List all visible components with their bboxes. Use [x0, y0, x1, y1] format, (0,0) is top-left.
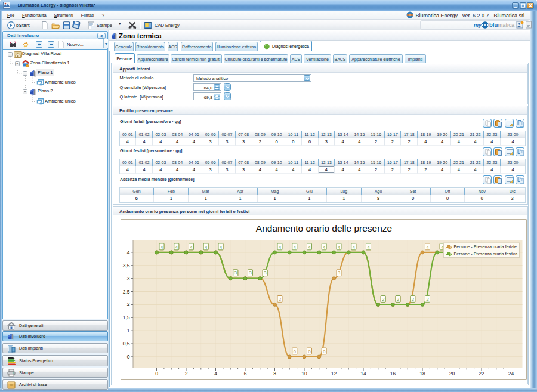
svg-text:0: 0 [323, 349, 325, 354]
svg-text:4: 4 [205, 245, 207, 250]
svg-text:2,5: 2,5 [122, 289, 129, 295]
svg-text:4: 4 [161, 245, 163, 250]
svg-text:4: 4 [441, 245, 443, 250]
svg-text:4: 4 [308, 245, 310, 250]
svg-text:4: 4 [352, 245, 354, 250]
svg-text:Persone - Presenza oraria feri: Persone - Presenza oraria feriale [453, 244, 516, 249]
svg-text:4: 4 [126, 249, 129, 255]
svg-text:0: 0 [293, 349, 295, 354]
svg-text:22: 22 [479, 371, 484, 376]
svg-text:0,5: 0,5 [122, 341, 129, 347]
svg-text:4: 4 [293, 245, 295, 250]
svg-text:18: 18 [419, 371, 425, 376]
svg-text:Persone - Presenza oraria fest: Persone - Presenza oraria festiva [453, 251, 517, 257]
svg-text:2: 2 [279, 297, 281, 302]
svg-text:16: 16 [390, 371, 396, 376]
svg-text:4: 4 [338, 245, 340, 250]
svg-text:6: 6 [243, 371, 246, 376]
svg-text:4: 4 [323, 245, 325, 250]
svg-text:2: 2 [426, 297, 428, 302]
svg-text:8: 8 [273, 371, 276, 376]
svg-text:2: 2 [184, 371, 187, 376]
svg-text:1,5: 1,5 [122, 314, 129, 320]
svg-text:24: 24 [508, 371, 514, 376]
svg-text:4: 4 [426, 245, 428, 250]
svg-text:2: 2 [397, 297, 399, 302]
svg-text:20: 20 [449, 371, 455, 376]
svg-text:2: 2 [382, 297, 384, 302]
svg-text:3: 3 [126, 276, 129, 282]
svg-text:4: 4 [190, 245, 192, 250]
svg-text:3: 3 [264, 270, 266, 276]
svg-text:2: 2 [126, 301, 129, 307]
svg-text:4: 4 [279, 245, 281, 250]
svg-text:3: 3 [249, 270, 251, 276]
svg-text:14: 14 [360, 371, 366, 376]
svg-text:4: 4 [220, 245, 222, 250]
svg-text:3: 3 [234, 270, 236, 276]
svg-text:0: 0 [126, 354, 129, 360]
svg-text:3: 3 [338, 270, 340, 276]
svg-text:0: 0 [308, 349, 310, 354]
svg-text:10: 10 [301, 371, 307, 376]
svg-text:4: 4 [367, 245, 369, 250]
svg-text:4: 4 [175, 245, 177, 250]
svg-text:12: 12 [331, 371, 337, 376]
svg-text:Andamento orario delle presenz: Andamento orario delle presenze [255, 223, 391, 233]
svg-text:3,5: 3,5 [122, 263, 129, 268]
svg-text:2: 2 [411, 297, 413, 302]
svg-text:4: 4 [214, 371, 217, 376]
svg-text:0: 0 [155, 371, 158, 376]
svg-text:1: 1 [126, 328, 129, 334]
